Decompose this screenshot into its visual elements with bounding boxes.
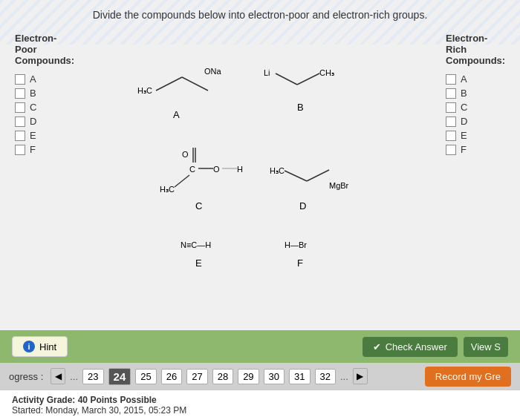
svg-text:N≡C—H: N≡C—H xyxy=(181,240,211,249)
activity-grade: Activity Grade: 40 Points Possible xyxy=(12,395,508,405)
checkbox-poor-F-input[interactable] xyxy=(15,145,25,155)
checkbox-rich-E[interactable]: E xyxy=(446,130,505,141)
checkbox-rich-B-input[interactable] xyxy=(446,88,456,99)
page-32[interactable]: 32 xyxy=(315,369,336,384)
prev-arrow[interactable]: ◀ xyxy=(51,368,65,384)
check-answer-label: Check Answer xyxy=(386,341,447,352)
page-28[interactable]: 28 xyxy=(212,369,233,384)
svg-text:ONa: ONa xyxy=(204,67,222,76)
molecules-area: H₃C ONa A Li CH₃ B O xyxy=(67,33,446,285)
svg-text:H: H xyxy=(237,165,243,174)
checkbox-poor-A[interactable]: A xyxy=(15,73,67,85)
checkbox-poor-C-input[interactable] xyxy=(15,102,25,113)
compounds-row: Electron-Poor Compounds: A B C D E F H₃C xyxy=(15,33,505,285)
view-s-button[interactable]: View S xyxy=(464,337,508,357)
checkbox-poor-A-input[interactable] xyxy=(15,74,25,85)
checkbox-poor-C[interactable]: C xyxy=(15,102,67,113)
checkbox-rich-F[interactable]: F xyxy=(446,144,505,155)
check-answer-button[interactable]: ✔ Check Answer xyxy=(363,337,458,357)
checkbox-rich-D-input[interactable] xyxy=(446,117,456,127)
svg-text:H—Br: H—Br xyxy=(285,240,307,249)
svg-text:O: O xyxy=(182,150,189,159)
svg-line-24 xyxy=(307,170,329,181)
bottom-toolbar: i Hint ✔ Check Answer View S xyxy=(0,330,520,363)
page-dots-right: ... xyxy=(340,371,348,382)
electron-poor-checkboxes: A B C D E F xyxy=(15,73,67,155)
svg-text:H₃C: H₃C xyxy=(160,185,175,194)
electron-rich-checkboxes: A B C D E F xyxy=(446,73,505,155)
checkbox-rich-E-input[interactable] xyxy=(446,131,456,141)
checkbox-poor-E-input[interactable] xyxy=(15,131,25,141)
svg-line-2 xyxy=(182,77,208,91)
page-31[interactable]: 31 xyxy=(289,369,310,384)
page-23[interactable]: 23 xyxy=(82,369,103,384)
checkbox-poor-E[interactable]: E xyxy=(15,130,67,141)
next-arrow[interactable]: ▶ xyxy=(353,368,368,384)
progress-label: ogress : xyxy=(9,371,43,382)
question-title: Divide the compounds below into electron… xyxy=(15,9,505,21)
progress-bar: ogress : ◀ ... 23 24 25 26 27 28 29 30 3… xyxy=(0,363,520,390)
page-24-active[interactable]: 24 xyxy=(108,368,131,385)
page-dots-left: ... xyxy=(70,371,78,382)
page-25[interactable]: 25 xyxy=(135,369,156,384)
electron-rich-label: Electron-Rich Compounds: xyxy=(446,33,505,66)
svg-line-20 xyxy=(175,175,189,187)
svg-text:F: F xyxy=(297,257,303,269)
checkbox-poor-B[interactable]: B xyxy=(15,88,67,99)
right-buttons: ✔ Check Answer View S xyxy=(363,337,508,357)
electron-poor-section: Electron-Poor Compounds: A B C D E F xyxy=(15,33,67,155)
svg-line-23 xyxy=(285,171,307,181)
svg-text:A: A xyxy=(173,109,180,120)
svg-text:B: B xyxy=(297,102,304,113)
checkbox-rich-B[interactable]: B xyxy=(446,88,505,99)
checkbox-rich-F-input[interactable] xyxy=(446,145,456,155)
svg-text:D: D xyxy=(299,200,306,211)
checkbox-rich-D[interactable]: D xyxy=(446,116,505,127)
footer-info: Activity Grade: 40 Points Possible Start… xyxy=(0,390,520,420)
checkbox-poor-D-input[interactable] xyxy=(15,117,25,127)
svg-text:CH₃: CH₃ xyxy=(319,68,334,77)
molecules-svg: H₃C ONa A Li CH₃ B O xyxy=(85,33,427,285)
svg-line-8 xyxy=(297,73,319,85)
svg-line-1 xyxy=(156,77,182,91)
svg-text:O: O xyxy=(213,165,220,174)
page-27[interactable]: 27 xyxy=(186,369,207,384)
svg-text:H₃C: H₃C xyxy=(137,86,152,95)
page-30[interactable]: 30 xyxy=(264,369,285,384)
svg-text:Li: Li xyxy=(264,68,270,77)
content-area: Divide the compounds below into electron… xyxy=(0,0,520,330)
checkbox-rich-C[interactable]: C xyxy=(446,102,505,113)
svg-text:C: C xyxy=(189,165,195,174)
checkbox-rich-C-input[interactable] xyxy=(446,102,456,113)
checkmark-icon: ✔ xyxy=(373,341,381,352)
svg-text:E: E xyxy=(195,257,202,269)
svg-text:MgBr: MgBr xyxy=(329,181,349,190)
view-s-label: View S xyxy=(471,341,501,352)
page-29[interactable]: 29 xyxy=(238,369,259,384)
main-container: Divide the compounds below into electron… xyxy=(0,0,520,420)
electron-poor-label: Electron-Poor Compounds: xyxy=(15,33,67,66)
hint-button[interactable]: i Hint xyxy=(12,336,68,357)
hint-icon: i xyxy=(23,341,35,352)
record-button[interactable]: Record my Gre xyxy=(425,367,511,387)
svg-text:C: C xyxy=(195,200,202,211)
svg-text:H₃C: H₃C xyxy=(270,166,285,175)
checkbox-poor-B-input[interactable] xyxy=(15,88,25,99)
page-26[interactable]: 26 xyxy=(161,369,182,384)
started-date: Started: Monday, March 30, 2015, 05:23 P… xyxy=(12,405,508,416)
checkbox-poor-D[interactable]: D xyxy=(15,116,67,127)
electron-rich-section: Electron-Rich Compounds: A B C D E F xyxy=(446,33,505,155)
checkbox-rich-A[interactable]: A xyxy=(446,73,505,85)
svg-line-7 xyxy=(276,73,297,85)
checkbox-rich-A-input[interactable] xyxy=(446,74,456,85)
checkbox-poor-F[interactable]: F xyxy=(15,144,67,155)
hint-label: Hint xyxy=(39,341,56,352)
